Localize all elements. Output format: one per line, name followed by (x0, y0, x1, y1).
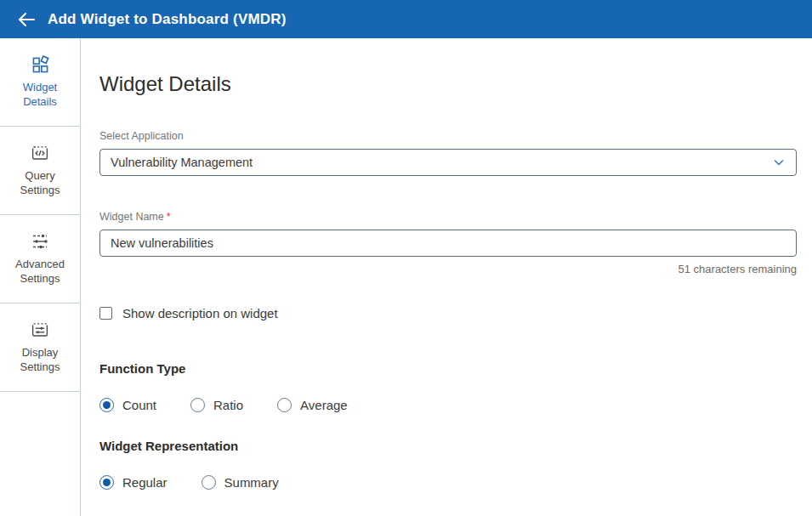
sidebar: Widget Details Query Settings (0, 38, 81, 516)
radio-summary-label: Summary (224, 475, 279, 490)
radio-regular-label: Regular (122, 475, 168, 490)
chevron-down-icon (772, 156, 786, 169)
sidebar-item-label: Widget Details (5, 81, 75, 110)
radio-count[interactable]: Count (99, 398, 156, 412)
radio-summary-control[interactable] (202, 475, 216, 490)
sidebar-item-query-settings[interactable]: Query Settings (0, 127, 80, 215)
sidebar-item-advanced-settings[interactable]: Advanced Settings (0, 215, 80, 303)
page-title: Add Widget to Dashboard (VMDR) (48, 11, 287, 28)
sidebar-item-label: Display Settings (5, 346, 75, 375)
widget-representation-options: Regular Summary (99, 475, 797, 490)
radio-average-label: Average (300, 398, 348, 412)
sidebar-item-display-settings[interactable]: Display Settings (0, 303, 80, 392)
characters-remaining: 51 characters remaining (99, 263, 797, 275)
radio-ratio-label: Ratio (213, 398, 243, 412)
radio-regular-control[interactable] (99, 475, 114, 490)
show-description-checkbox[interactable] (99, 307, 112, 320)
main-content: Widget Details Select Application Vulner… (81, 38, 812, 516)
widget-name-field-wrap (99, 230, 797, 257)
arrow-left-icon (16, 9, 37, 30)
sliders-icon (30, 231, 50, 252)
back-button[interactable] (12, 5, 41, 34)
header-bar: Add Widget to Dashboard (VMDR) (0, 0, 812, 38)
application-select-value: Vulnerability Management (111, 156, 772, 169)
display-list-icon (30, 320, 50, 340)
radio-count-control[interactable] (99, 398, 114, 412)
radio-average-control[interactable] (277, 398, 292, 412)
application-select[interactable]: Vulnerability Management (99, 149, 797, 176)
show-description-row[interactable]: Show description on widget (99, 306, 797, 320)
widget-name-input[interactable] (111, 236, 786, 250)
widget-name-label: Widget Name* (99, 211, 797, 223)
select-application-label: Select Application (99, 130, 797, 142)
sidebar-item-widget-details[interactable]: Widget Details (0, 38, 80, 127)
required-asterisk: * (167, 211, 171, 223)
widgets-icon (31, 55, 50, 75)
sidebar-item-label: Query Settings (5, 169, 75, 198)
code-box-icon (30, 143, 50, 163)
radio-regular[interactable]: Regular (99, 475, 168, 490)
show-description-label: Show description on widget (122, 306, 278, 320)
radio-average[interactable]: Average (277, 398, 348, 412)
widget-name-label-text: Widget Name (99, 211, 164, 223)
sidebar-item-label: Advanced Settings (5, 258, 75, 286)
section-title: Widget Details (99, 72, 797, 96)
radio-summary[interactable]: Summary (202, 475, 279, 490)
widget-representation-heading: Widget Representation (99, 439, 797, 453)
function-type-heading: Function Type (99, 361, 797, 376)
function-type-options: Count Ratio Average (99, 398, 797, 412)
radio-ratio-control[interactable] (190, 398, 205, 412)
radio-ratio[interactable]: Ratio (190, 398, 243, 412)
radio-count-label: Count (122, 398, 156, 412)
